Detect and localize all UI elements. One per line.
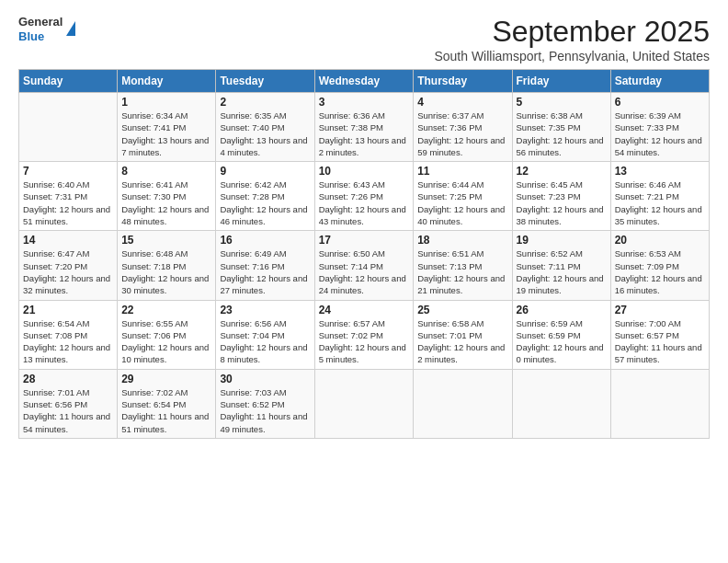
logo-blue-text: Blue xyxy=(18,29,63,44)
day-number: 28 xyxy=(23,373,113,385)
day-number: 10 xyxy=(319,165,410,178)
day-number: 25 xyxy=(417,304,507,316)
day-number: 29 xyxy=(121,373,211,385)
day-number: 9 xyxy=(220,165,310,178)
calendar-day: 13Sunrise: 6:46 AMSunset: 7:21 PMDayligh… xyxy=(610,162,709,231)
calendar-day: 7Sunrise: 6:40 AMSunset: 7:31 PMDaylight… xyxy=(19,162,118,231)
calendar-day: 16Sunrise: 6:49 AMSunset: 7:16 PMDayligh… xyxy=(216,231,314,300)
calendar-week-2: 14Sunrise: 6:47 AMSunset: 7:20 PMDayligh… xyxy=(19,231,710,300)
calendar-week-3: 21Sunrise: 6:54 AMSunset: 7:08 PMDayligh… xyxy=(19,300,710,369)
day-info: Sunrise: 6:50 AMSunset: 7:14 PMDaylight:… xyxy=(319,248,406,295)
calendar-day: 8Sunrise: 6:41 AMSunset: 7:30 PMDaylight… xyxy=(118,162,216,231)
calendar-day: 11Sunrise: 6:44 AMSunset: 7:25 PMDayligh… xyxy=(414,162,512,231)
calendar-day xyxy=(414,369,512,438)
day-info: Sunrise: 6:36 AMSunset: 7:38 PMDaylight:… xyxy=(319,110,406,157)
day-info: Sunrise: 6:47 AMSunset: 7:20 PMDaylight:… xyxy=(23,248,110,295)
logo-general-text: General xyxy=(18,15,63,29)
day-number: 19 xyxy=(517,234,607,247)
col-wednesday: Wednesday xyxy=(314,70,414,93)
calendar-day: 17Sunrise: 6:50 AMSunset: 7:14 PMDayligh… xyxy=(314,231,414,300)
day-info: Sunrise: 6:57 AMSunset: 7:02 PMDaylight:… xyxy=(319,318,406,365)
day-info: Sunrise: 7:01 AMSunset: 6:56 PMDaylight:… xyxy=(23,387,110,434)
calendar-week-1: 7Sunrise: 6:40 AMSunset: 7:31 PMDaylight… xyxy=(19,162,710,231)
calendar-header: Sunday Monday Tuesday Wednesday Thursday… xyxy=(19,70,710,93)
calendar-day: 25Sunrise: 6:58 AMSunset: 7:01 PMDayligh… xyxy=(414,300,512,369)
logo: General Blue xyxy=(18,15,75,43)
calendar-table: Sunday Monday Tuesday Wednesday Thursday… xyxy=(18,69,710,439)
calendar-day xyxy=(512,369,610,438)
calendar-body: 1Sunrise: 6:34 AMSunset: 7:41 PMDaylight… xyxy=(19,93,710,439)
day-info: Sunrise: 7:02 AMSunset: 6:54 PMDaylight:… xyxy=(121,387,209,434)
day-number: 14 xyxy=(23,234,113,247)
day-number: 30 xyxy=(220,373,310,385)
day-info: Sunrise: 6:53 AMSunset: 7:09 PMDaylight:… xyxy=(615,248,702,295)
day-number: 11 xyxy=(417,165,507,178)
col-monday: Monday xyxy=(118,70,216,93)
calendar-day: 12Sunrise: 6:45 AMSunset: 7:23 PMDayligh… xyxy=(512,162,610,231)
day-info: Sunrise: 6:40 AMSunset: 7:31 PMDaylight:… xyxy=(23,179,110,226)
calendar-day: 20Sunrise: 6:53 AMSunset: 7:09 PMDayligh… xyxy=(610,231,709,300)
day-info: Sunrise: 6:34 AMSunset: 7:41 PMDaylight:… xyxy=(121,110,209,157)
day-number: 21 xyxy=(23,304,113,316)
day-info: Sunrise: 6:56 AMSunset: 7:04 PMDaylight:… xyxy=(220,318,307,365)
day-number: 18 xyxy=(417,234,507,247)
calendar-day: 30Sunrise: 7:03 AMSunset: 6:52 PMDayligh… xyxy=(216,369,314,438)
day-number: 16 xyxy=(220,234,310,247)
day-number: 23 xyxy=(220,304,310,316)
calendar-day: 9Sunrise: 6:42 AMSunset: 7:28 PMDaylight… xyxy=(216,162,314,231)
calendar-day: 14Sunrise: 6:47 AMSunset: 7:20 PMDayligh… xyxy=(19,231,118,300)
day-number: 15 xyxy=(121,234,211,247)
calendar-day: 18Sunrise: 6:51 AMSunset: 7:13 PMDayligh… xyxy=(414,231,512,300)
day-info: Sunrise: 7:00 AMSunset: 6:57 PMDaylight:… xyxy=(615,318,702,365)
day-number: 7 xyxy=(23,165,113,178)
header: General Blue September 2025 South Willia… xyxy=(18,15,710,63)
calendar-day: 28Sunrise: 7:01 AMSunset: 6:56 PMDayligh… xyxy=(19,369,118,438)
col-sunday: Sunday xyxy=(19,70,118,93)
day-info: Sunrise: 6:58 AMSunset: 7:01 PMDaylight:… xyxy=(417,318,505,365)
calendar-day: 26Sunrise: 6:59 AMSunset: 6:59 PMDayligh… xyxy=(512,300,610,369)
day-number: 1 xyxy=(121,96,211,109)
header-row: Sunday Monday Tuesday Wednesday Thursday… xyxy=(19,70,710,93)
day-info: Sunrise: 6:51 AMSunset: 7:13 PMDaylight:… xyxy=(417,248,505,295)
day-number: 24 xyxy=(319,304,410,316)
calendar-day: 4Sunrise: 6:37 AMSunset: 7:36 PMDaylight… xyxy=(414,93,512,162)
day-number: 3 xyxy=(319,96,410,109)
day-info: Sunrise: 6:59 AMSunset: 6:59 PMDaylight:… xyxy=(517,318,604,365)
day-number: 5 xyxy=(517,96,607,109)
calendar-day: 27Sunrise: 7:00 AMSunset: 6:57 PMDayligh… xyxy=(610,300,709,369)
calendar-day: 3Sunrise: 6:36 AMSunset: 7:38 PMDaylight… xyxy=(314,93,414,162)
day-info: Sunrise: 6:49 AMSunset: 7:16 PMDaylight:… xyxy=(220,248,307,295)
day-number: 6 xyxy=(615,96,705,109)
calendar-day: 10Sunrise: 6:43 AMSunset: 7:26 PMDayligh… xyxy=(314,162,414,231)
calendar-day: 21Sunrise: 6:54 AMSunset: 7:08 PMDayligh… xyxy=(19,300,118,369)
day-info: Sunrise: 6:41 AMSunset: 7:30 PMDaylight:… xyxy=(121,179,209,226)
day-info: Sunrise: 6:46 AMSunset: 7:21 PMDaylight:… xyxy=(615,179,702,226)
calendar-week-4: 28Sunrise: 7:01 AMSunset: 6:56 PMDayligh… xyxy=(19,369,710,438)
day-number: 22 xyxy=(121,304,211,316)
col-tuesday: Tuesday xyxy=(216,70,314,93)
day-info: Sunrise: 6:35 AMSunset: 7:40 PMDaylight:… xyxy=(220,110,307,157)
day-info: Sunrise: 7:03 AMSunset: 6:52 PMDaylight:… xyxy=(220,387,307,434)
day-number: 2 xyxy=(220,96,310,109)
calendar-day: 2Sunrise: 6:35 AMSunset: 7:40 PMDaylight… xyxy=(216,93,314,162)
day-info: Sunrise: 6:52 AMSunset: 7:11 PMDaylight:… xyxy=(517,248,604,295)
logo-triangle-icon xyxy=(66,21,75,36)
calendar-day: 1Sunrise: 6:34 AMSunset: 7:41 PMDaylight… xyxy=(118,93,216,162)
day-info: Sunrise: 6:45 AMSunset: 7:23 PMDaylight:… xyxy=(517,179,604,226)
day-number: 4 xyxy=(417,96,507,109)
day-info: Sunrise: 6:37 AMSunset: 7:36 PMDaylight:… xyxy=(417,110,505,157)
calendar-day: 19Sunrise: 6:52 AMSunset: 7:11 PMDayligh… xyxy=(512,231,610,300)
day-number: 13 xyxy=(615,165,705,178)
day-number: 17 xyxy=(319,234,410,247)
day-number: 12 xyxy=(517,165,607,178)
day-number: 8 xyxy=(121,165,211,178)
col-saturday: Saturday xyxy=(610,70,709,93)
calendar-day: 22Sunrise: 6:55 AMSunset: 7:06 PMDayligh… xyxy=(118,300,216,369)
day-info: Sunrise: 6:55 AMSunset: 7:06 PMDaylight:… xyxy=(121,318,209,365)
calendar-day: 6Sunrise: 6:39 AMSunset: 7:33 PMDaylight… xyxy=(610,93,709,162)
day-number: 26 xyxy=(517,304,607,316)
calendar-container: General Blue September 2025 South Willia… xyxy=(0,0,728,448)
col-thursday: Thursday xyxy=(414,70,512,93)
month-title: September 2025 xyxy=(434,15,710,49)
calendar-day xyxy=(314,369,414,438)
